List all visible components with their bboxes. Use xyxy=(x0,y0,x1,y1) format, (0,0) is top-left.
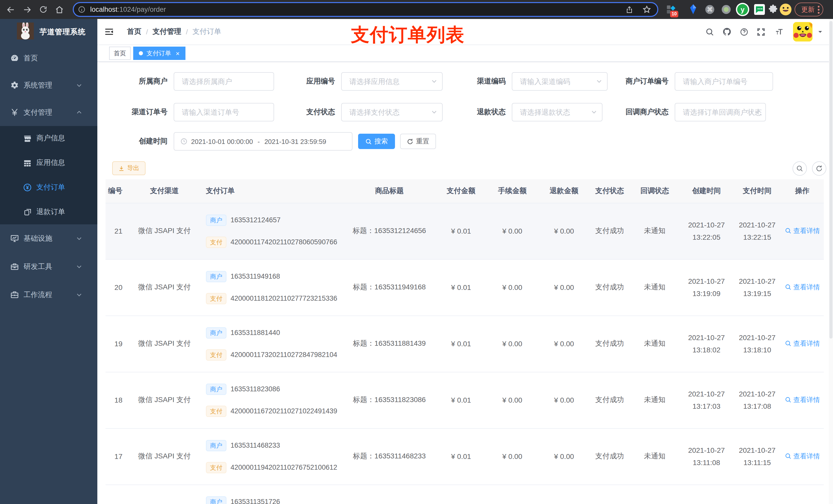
cell-fee: ¥ 0.00 xyxy=(486,372,539,428)
toolbox-icon xyxy=(10,262,19,271)
sidebar-item-商户信息[interactable]: 商户信息 xyxy=(0,126,97,150)
caret-down-icon[interactable] xyxy=(817,29,823,35)
sidebar-fold-icon[interactable] xyxy=(104,27,114,37)
extension-kite-icon[interactable] xyxy=(689,4,698,17)
yuan-icon xyxy=(10,108,19,117)
user-avatar[interactable] xyxy=(793,22,812,42)
close-icon[interactable]: × xyxy=(176,49,180,57)
filter-退款状态: 退款状态 xyxy=(443,103,602,121)
cell-paid: 2021-10-2713:17:08 xyxy=(734,372,781,428)
main-area: 首页 / 支付管理 / 支付订单 支付订单列表 首 xyxy=(97,19,833,504)
merchant-badge: 商户 xyxy=(206,214,227,225)
font-size-icon[interactable] xyxy=(774,27,784,37)
extension-command-icon[interactable]: ⌘ xyxy=(705,4,715,17)
app-logo[interactable]: 芋道管理系统 xyxy=(0,19,97,45)
browser-back-icon[interactable] xyxy=(6,5,15,14)
breadcrumb-separator: / xyxy=(186,28,188,36)
cell-order: 商户1635311468233支付42000011942021102767521… xyxy=(201,428,342,484)
export-button[interactable]: 导出 xyxy=(112,161,145,175)
page-scrollbar[interactable] xyxy=(829,19,833,504)
filter-create-time: 创建时间 2021-10-01 00:00:00 - 2021-10-31 23… xyxy=(105,132,353,150)
browser-update-button[interactable]: 更新 xyxy=(794,3,823,16)
sidebar-item-系统管理[interactable]: 系统管理 xyxy=(0,72,97,99)
cell-fee: ¥ 0.00 xyxy=(486,259,539,315)
sidebar-item-工作流程[interactable]: 工作流程 xyxy=(0,281,97,309)
sidebar-item-基础设施[interactable]: 基础设施 xyxy=(0,224,97,253)
input-所属商户[interactable] xyxy=(174,72,274,91)
breadcrumb-pay[interactable]: 支付管理 xyxy=(153,27,181,37)
sidebar-item-应用信息[interactable]: 应用信息 xyxy=(0,150,97,175)
cell-notify xyxy=(630,484,679,504)
cell-notify: 未通知 xyxy=(630,203,679,259)
cell-title: 标题：1635311823086 xyxy=(342,372,436,428)
view-detail-link[interactable]: 查看详情 xyxy=(785,339,820,348)
view-detail-link[interactable]: 查看详情 xyxy=(785,226,820,236)
browser-home-icon[interactable] xyxy=(55,5,64,14)
app-title: 芋道管理系统 xyxy=(40,27,86,37)
extension-puzzle-icon[interactable] xyxy=(768,4,778,16)
extension-y-icon[interactable]: y xyxy=(736,3,749,19)
extension-chat-icon[interactable] xyxy=(754,4,765,17)
view-detail-link[interactable]: 查看详情 xyxy=(785,452,820,461)
sidebar-item-支付订单[interactable]: 支付订单 xyxy=(0,175,97,200)
active-dot xyxy=(139,51,143,55)
cell-status: 支付成功 xyxy=(589,428,630,484)
select-应用编号[interactable] xyxy=(341,72,443,91)
page: localhost:1024/pay/order 10 ⌘ y 更新 芋道管 xyxy=(0,0,833,504)
extension-blocks-icon[interactable]: 10 xyxy=(666,4,677,17)
search-button[interactable]: 搜索 xyxy=(358,134,395,149)
tab-home[interactable]: 首页 xyxy=(109,47,130,60)
fullscreen-icon[interactable] xyxy=(757,27,765,36)
cell-amount: ¥ 0.01 xyxy=(436,315,486,372)
sidebar-item-支付管理[interactable]: 支付管理 xyxy=(0,99,97,126)
pay-badge: 支付 xyxy=(206,405,227,417)
view-detail-link[interactable]: 查看详情 xyxy=(785,395,820,405)
github-icon[interactable] xyxy=(722,27,732,37)
date-range-input[interactable]: 2021-10-01 00:00:00 - 2021-10-31 23:59:5… xyxy=(174,132,353,150)
view-detail-link[interactable]: 查看详情 xyxy=(785,283,820,292)
input-商户订单编号[interactable] xyxy=(675,72,773,91)
cell-channel: 微信 JSAPI 支付 xyxy=(128,203,201,259)
bookmark-star-icon[interactable] xyxy=(642,5,651,14)
site-info-icon[interactable] xyxy=(78,6,86,13)
select-回调商户状态[interactable] xyxy=(675,103,766,121)
url-bar[interactable]: localhost:1024/pay/order xyxy=(73,2,658,17)
cell-status: 支付成功 xyxy=(589,203,630,259)
profile-emoji-icon[interactable] xyxy=(779,3,792,18)
cell-action: 查看详情 xyxy=(781,428,824,484)
share-icon[interactable] xyxy=(625,5,633,14)
cell-paid: 2021-10-2713:11:15 xyxy=(734,428,781,484)
browser-forward-icon[interactable] xyxy=(23,5,32,14)
show-search-toggle-button[interactable] xyxy=(792,161,807,176)
refresh-button[interactable] xyxy=(812,161,826,176)
filter-渠道订单号: 渠道订单号 xyxy=(105,103,274,121)
input-渠道订单号[interactable] xyxy=(174,103,274,121)
scrollbar-thumb[interactable] xyxy=(829,21,832,339)
cell-created: 2021-10-2713:18:02 xyxy=(679,315,734,372)
browser-reload-icon[interactable] xyxy=(39,5,48,14)
merchant-badge: 商户 xyxy=(206,496,227,504)
sidebar-item-研发工具[interactable]: 研发工具 xyxy=(0,253,97,281)
chevron-down-icon xyxy=(75,81,84,90)
chevron-down-icon xyxy=(431,109,437,115)
help-icon[interactable] xyxy=(740,27,748,36)
cell-no: 19 xyxy=(105,315,128,372)
search-icon[interactable] xyxy=(706,27,714,36)
cell-title: 标题：1635311468233 xyxy=(342,428,436,484)
sidebar-item-首页[interactable]: 首页 xyxy=(0,45,97,72)
cell-channel xyxy=(128,484,201,504)
cell-no: 20 xyxy=(105,259,128,315)
pay-badge: 支付 xyxy=(206,293,227,304)
browser-menu-icon[interactable] xyxy=(818,5,820,14)
top-navbar: 首页 / 支付管理 / 支付订单 支付订单列表 xyxy=(97,19,833,45)
breadcrumb-home[interactable]: 首页 xyxy=(127,27,141,37)
select-退款状态[interactable] xyxy=(512,103,602,121)
sidebar-item-退款订单[interactable]: 退款订单 xyxy=(0,200,97,224)
select-渠道编码[interactable] xyxy=(512,72,608,91)
cell-fee: ¥ 0.00 xyxy=(486,203,539,259)
table-row: 21微信 JSAPI 支付商户1635312124657支付4200001174… xyxy=(105,203,824,259)
reset-button[interactable]: 重置 xyxy=(400,134,436,149)
extension-dot-icon[interactable] xyxy=(721,4,732,17)
select-支付状态[interactable] xyxy=(341,103,443,121)
tab-pay-order[interactable]: 支付订单× xyxy=(133,47,185,60)
